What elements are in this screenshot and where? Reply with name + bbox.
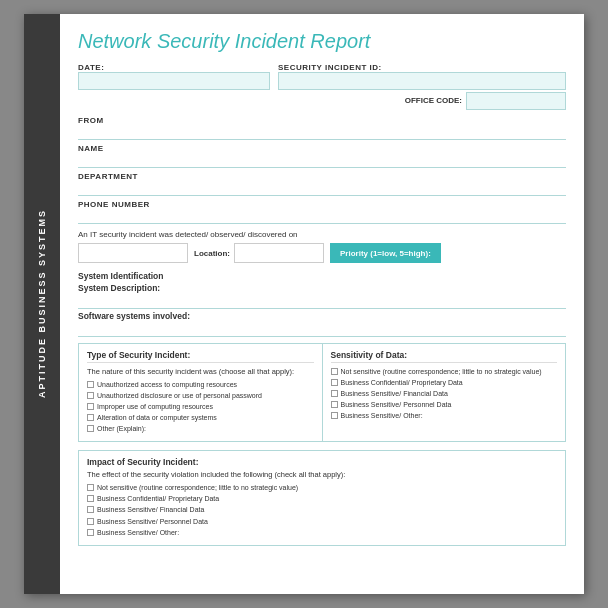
impact-header: Impact of Security Incident: — [87, 457, 557, 467]
impact-checkbox-item: Business Sensitive/ Financial Data — [87, 505, 557, 514]
checkbox-label: Not sensitive (routine correspondence; l… — [97, 483, 298, 492]
checkbox-label: Business Sensitive/ Financial Data — [341, 389, 448, 398]
impact-sub: The effect of the security violation inc… — [87, 470, 557, 479]
detection-row: Location: Priority (1=low, 5=high): — [78, 243, 566, 263]
sensitivity-col: Sensitivity of Data: Not sensitive (rout… — [323, 344, 566, 441]
checkbox[interactable] — [331, 401, 338, 408]
checkbox[interactable] — [87, 484, 94, 491]
impact-checkbox-item: Business Confidential/ Proprietary Data — [87, 494, 557, 503]
type-checkbox-item: Other (Explain): — [87, 424, 314, 433]
department-input[interactable] — [78, 182, 566, 196]
checkbox-label: Alteration of data or computer systems — [97, 413, 217, 422]
sensitivity-checkbox-item: Business Sensitive/ Personnel Data — [331, 400, 558, 409]
location-input[interactable] — [234, 243, 324, 263]
system-id-label: System Identification — [78, 271, 566, 281]
type-items-list: Unauthorized access to computing resourc… — [87, 380, 314, 433]
checkbox[interactable] — [87, 529, 94, 536]
checkbox-label: Business Sensitive/ Other: — [97, 528, 179, 537]
office-code-label: OFFICE CODE: — [405, 92, 462, 110]
checkbox-label: Business Confidential/ Proprietary Data — [341, 378, 463, 387]
type-checkbox-item: Improper use of computing resources — [87, 402, 314, 411]
impact-checkbox-item: Business Sensitive/ Personnel Data — [87, 517, 557, 526]
checkbox-label: Unauthorized access to computing resourc… — [97, 380, 237, 389]
checkbox[interactable] — [87, 392, 94, 399]
system-desc-label: System Description: — [78, 283, 566, 293]
phone-field: PHONE NUMBER — [78, 200, 566, 224]
incident-id-input[interactable] — [278, 72, 566, 90]
checkbox[interactable] — [331, 368, 338, 375]
from-label: FROM — [78, 116, 566, 125]
type-checkbox-item: Unauthorized access to computing resourc… — [87, 380, 314, 389]
impact-checkbox-item: Business Sensitive/ Other: — [87, 528, 557, 537]
software-systems: Software systems involved: — [78, 311, 566, 337]
type-checkbox-item: Unauthorized disclosure or use of person… — [87, 391, 314, 400]
checkbox[interactable] — [331, 412, 338, 419]
checkbox[interactable] — [331, 379, 338, 386]
phone-label: PHONE NUMBER — [78, 200, 566, 209]
type-nature-text: The nature of this security incident was… — [87, 367, 314, 377]
department-label: DEPARTMENT — [78, 172, 566, 181]
checkbox-label: Business Sensitive/ Financial Data — [97, 505, 204, 514]
page-title: Network Security Incident Report — [78, 30, 566, 53]
checkbox-label: Business Confidential/ Proprietary Data — [97, 494, 219, 503]
office-code-row: OFFICE CODE: — [78, 92, 566, 110]
checkbox-label: Not sensitive (routine correspondence; l… — [341, 367, 542, 376]
sidebar: APTITUDE BUSINESS SYSTEMS — [24, 14, 60, 594]
page-wrapper: APTITUDE BUSINESS SYSTEMS Network Securi… — [24, 14, 584, 594]
sensitivity-checkbox-item: Not sensitive (routine correspondence; l… — [331, 367, 558, 376]
name-field: NAME — [78, 144, 566, 168]
incident-detected-text: An IT security incident was detected/ ob… — [78, 230, 566, 239]
checkbox-label: Business Sensitive/ Other: — [341, 411, 423, 420]
sensitivity-checkbox-item: Business Confidential/ Proprietary Data — [331, 378, 558, 387]
type-sensitivity-section: Type of Security Incident: The nature of… — [78, 343, 566, 442]
sidebar-text: APTITUDE BUSINESS SYSTEMS — [37, 209, 47, 398]
type-header: Type of Security Incident: — [87, 350, 314, 363]
department-field: DEPARTMENT — [78, 172, 566, 196]
sensitivity-items-list: Not sensitive (routine correspondence; l… — [331, 367, 558, 420]
location-group: Location: — [194, 243, 324, 263]
software-input[interactable] — [78, 323, 566, 337]
checkbox[interactable] — [87, 495, 94, 502]
datetime-input[interactable] — [78, 243, 188, 263]
checkbox[interactable] — [87, 403, 94, 410]
name-label: NAME — [78, 144, 566, 153]
checkbox-label: Business Sensitive/ Personnel Data — [341, 400, 452, 409]
impact-checkbox-item: Not sensitive (routine correspondence; l… — [87, 483, 557, 492]
checkbox[interactable] — [87, 414, 94, 421]
checkbox-label: Unauthorized disclosure or use of person… — [97, 391, 262, 400]
checkbox-label: Improper use of computing resources — [97, 402, 213, 411]
date-label: DATE: — [78, 63, 270, 72]
name-input[interactable] — [78, 154, 566, 168]
phone-input[interactable] — [78, 210, 566, 224]
impact-section: Impact of Security Incident: The effect … — [78, 450, 566, 545]
from-field: FROM — [78, 116, 566, 140]
impact-items-list: Not sensitive (routine correspondence; l… — [87, 483, 557, 536]
checkbox[interactable] — [331, 390, 338, 397]
office-code-input[interactable] — [466, 92, 566, 110]
date-input[interactable] — [78, 72, 270, 90]
checkbox[interactable] — [87, 425, 94, 432]
incident-id-label: SECURITY INCIDENT ID: — [278, 63, 566, 72]
sensitivity-header: Sensitivity of Data: — [331, 350, 558, 363]
checkbox-label: Other (Explain): — [97, 424, 146, 433]
priority-button[interactable]: Priority (1=low, 5=high): — [330, 243, 441, 263]
type-checkbox-item: Alteration of data or computer systems — [87, 413, 314, 422]
system-identification: System Identification — [78, 271, 566, 281]
sensitivity-checkbox-item: Business Sensitive/ Financial Data — [331, 389, 558, 398]
system-description: System Description: — [78, 283, 566, 309]
software-label: Software systems involved: — [78, 311, 566, 321]
checkbox-label: Business Sensitive/ Personnel Data — [97, 517, 208, 526]
checkbox[interactable] — [87, 506, 94, 513]
content: Network Security Incident Report DATE: S… — [60, 14, 584, 594]
checkbox[interactable] — [87, 381, 94, 388]
type-col: Type of Security Incident: The nature of… — [79, 344, 323, 441]
location-label: Location: — [194, 249, 230, 258]
from-input[interactable] — [78, 126, 566, 140]
system-desc-input[interactable] — [78, 295, 566, 309]
checkbox[interactable] — [87, 518, 94, 525]
sensitivity-checkbox-item: Business Sensitive/ Other: — [331, 411, 558, 420]
